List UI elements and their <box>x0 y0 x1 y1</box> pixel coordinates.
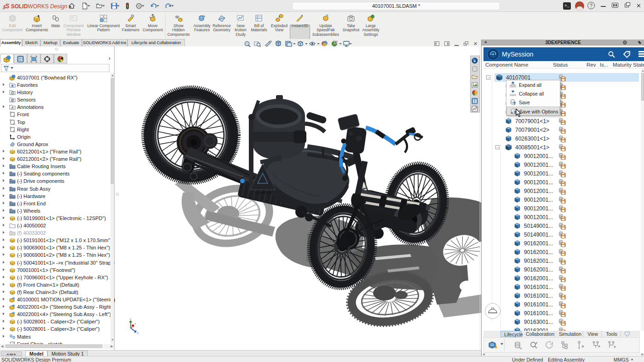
svg-text:x: x <box>135 322 136 325</box>
svg-text:z: z <box>137 332 138 334</box>
svg-text:y: y <box>130 317 131 320</box>
svg-text:BOWHEAD: BOWHEAD <box>255 191 271 194</box>
